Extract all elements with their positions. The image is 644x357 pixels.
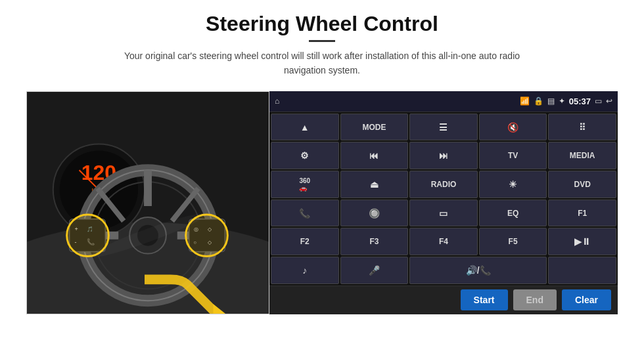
car-image-bg: 120 km/h (27, 92, 269, 314)
next-button[interactable]: ⏭ (409, 142, 478, 169)
eject-button[interactable]: ⏏ (340, 171, 409, 198)
360cam-button[interactable]: 360🚗 (271, 171, 339, 198)
360cam-label: 360🚗 (299, 177, 310, 192)
title-divider (309, 40, 335, 42)
window-button[interactable]: ▭ (409, 200, 478, 227)
nav-icon: ▲ (300, 122, 310, 133)
window-icon: ▭ (439, 208, 448, 219)
vol-icon: 🔊/📞 (466, 265, 491, 276)
content-row: 120 km/h (26, 91, 618, 314)
map-icon: 🔘 (369, 208, 380, 219)
car-image-container: 120 km/h (26, 91, 269, 314)
apps-icon: ⠿ (579, 122, 586, 133)
list-button[interactable]: ☰ (409, 114, 478, 141)
prev-icon: ⏮ (369, 150, 379, 161)
f4-button[interactable]: F4 (409, 228, 478, 255)
apps-button[interactable]: ⠿ (548, 114, 616, 141)
eject-icon: ⏏ (370, 179, 379, 190)
f5-button[interactable]: F5 (479, 228, 547, 255)
music-icon: ♪ (302, 265, 307, 276)
steering-wheel-svg: 120 km/h (27, 91, 269, 314)
lock-icon: 🔒 (534, 96, 543, 106)
media-button[interactable]: MEDIA (548, 142, 616, 169)
status-right: 📶 🔒 ▤ ✦ 05:37 ▭ ↩ (520, 96, 612, 106)
page-title: Steering Wheel Control (112, 12, 532, 36)
blank-button (548, 257, 616, 284)
end-button[interactable]: End (513, 289, 557, 310)
phone-icon: 📞 (299, 208, 310, 219)
clear-button[interactable]: Clear (562, 289, 611, 310)
settings-button[interactable]: ⚙ (271, 142, 339, 169)
prev-button[interactable]: ⏮ (340, 142, 409, 169)
f2-button[interactable]: F2 (271, 228, 339, 255)
tv-button[interactable]: TV (479, 142, 547, 169)
radio-button[interactable]: RADIO (409, 171, 478, 198)
f1-button[interactable]: F1 (548, 200, 616, 227)
f3-button[interactable]: F3 (340, 228, 409, 255)
screen-icon[interactable]: ▭ (595, 96, 602, 106)
dvd-button[interactable]: DVD (548, 171, 616, 198)
title-section: Steering Wheel Control Your original car… (112, 12, 532, 87)
brightness-icon: ☀ (509, 179, 517, 190)
nav-button[interactable]: ▲ (271, 114, 339, 141)
vol-button[interactable]: 🔊/📞 (409, 257, 547, 284)
subtitle: Your original car's steering wheel contr… (112, 49, 532, 78)
card-icon: ▤ (547, 96, 555, 106)
mute-button[interactable]: 🔇 (479, 114, 547, 141)
wifi-icon: 📶 (520, 96, 530, 106)
settings-icon: ⚙ (300, 150, 309, 161)
map-button[interactable]: 🔘 (340, 200, 409, 227)
action-bar: Start End Clear (269, 285, 618, 314)
phone-button[interactable]: 📞 (271, 200, 339, 227)
status-bar: ⌂ 📶 🔒 ▤ ✦ 05:37 ▭ ↩ (269, 91, 618, 112)
start-button[interactable]: Start (461, 289, 508, 310)
next-icon: ⏭ (439, 150, 448, 161)
mute-icon: 🔇 (507, 122, 518, 133)
playpause-button[interactable]: ▶⏸ (548, 228, 616, 255)
home-icon[interactable]: ⌂ (275, 96, 279, 106)
page-container: Steering Wheel Control Your original car… (0, 0, 644, 357)
status-time: 05:37 (569, 96, 591, 106)
mic-button[interactable]: 🎤 (340, 257, 409, 284)
status-left: ⌂ (275, 96, 279, 106)
back-icon[interactable]: ↩ (606, 96, 612, 106)
eq-button[interactable]: EQ (479, 200, 547, 227)
button-grid: ▲ MODE ☰ 🔇 ⠿ ⚙ ⏮ ⏭ TV MEDIA 360🚗 ⏏ RADIO… (269, 112, 618, 285)
mode-button[interactable]: MODE (340, 114, 409, 141)
control-panel: ⌂ 📶 🔒 ▤ ✦ 05:37 ▭ ↩ ▲ MODE ☰ 🔇 (269, 91, 618, 314)
brightness-button[interactable]: ☀ (479, 171, 547, 198)
mic-icon: 🎤 (369, 265, 380, 276)
music-button[interactable]: ♪ (271, 257, 339, 284)
bluetooth-icon: ✦ (559, 96, 565, 106)
playpause-icon: ▶⏸ (574, 236, 591, 247)
list-icon: ☰ (439, 122, 448, 133)
